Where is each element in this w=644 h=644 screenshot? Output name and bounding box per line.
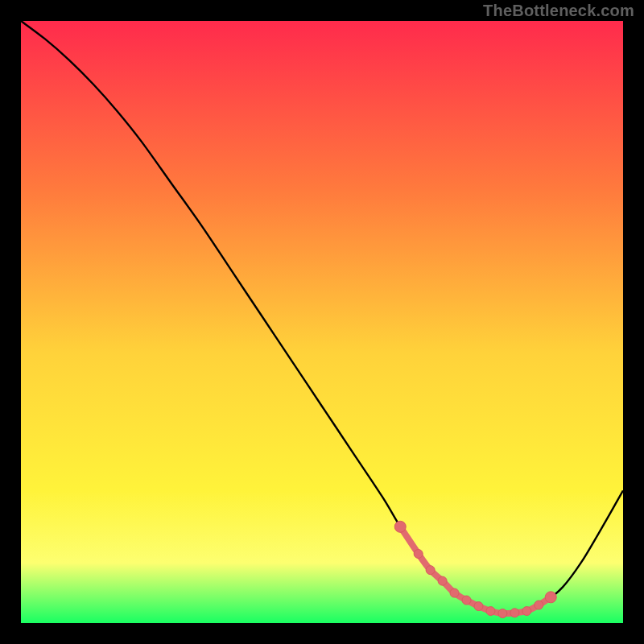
optimal-range-marker bbox=[510, 609, 519, 617]
optimal-range-marker bbox=[522, 607, 531, 616]
optimal-range-marker bbox=[438, 576, 447, 585]
optimal-range-marker bbox=[394, 521, 406, 532]
optimal-range-marker bbox=[535, 601, 543, 609]
chart-frame: TheBottleneck.com bbox=[0, 0, 644, 644]
optimal-range-marker bbox=[545, 592, 556, 603]
gradient-background bbox=[21, 21, 623, 623]
optimal-range-marker bbox=[486, 607, 495, 616]
watermark-text: TheBottleneck.com bbox=[483, 2, 634, 20]
optimal-range-marker bbox=[426, 566, 435, 575]
chart-svg bbox=[21, 21, 623, 623]
optimal-range-marker bbox=[462, 596, 471, 605]
plot-area bbox=[21, 21, 623, 623]
optimal-range-marker bbox=[414, 549, 423, 558]
optimal-range-marker bbox=[450, 588, 459, 597]
optimal-range-marker bbox=[498, 609, 507, 618]
optimal-range-marker bbox=[474, 602, 483, 611]
